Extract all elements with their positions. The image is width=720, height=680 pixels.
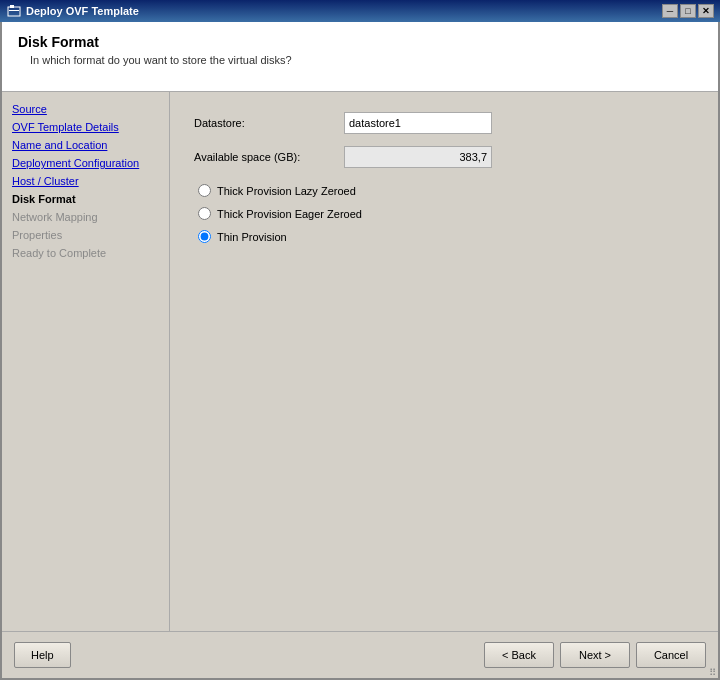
page-title: Disk Format xyxy=(18,34,702,50)
cancel-button[interactable]: Cancel xyxy=(636,642,706,668)
close-button[interactable]: ✕ xyxy=(698,4,714,18)
content-area: Source OVF Template Details Name and Loc… xyxy=(2,92,718,631)
header-section: Disk Format In which format do you want … xyxy=(2,22,718,92)
provision-radio-group: Thick Provision Lazy Zeroed Thick Provis… xyxy=(194,184,694,243)
button-bar-left: Help xyxy=(14,642,71,668)
datastore-label: Datastore: xyxy=(194,117,344,129)
radio-thick-lazy-zeroed[interactable] xyxy=(198,184,211,197)
radio-thick-lazy-row: Thick Provision Lazy Zeroed xyxy=(194,184,694,197)
help-button[interactable]: Help xyxy=(14,642,71,668)
title-bar: Deploy OVF Template ─ □ ✕ xyxy=(0,0,720,22)
sidebar-item-properties: Properties xyxy=(2,226,169,244)
button-bar: Help < Back Next > Cancel xyxy=(2,631,718,678)
sidebar-item-network-mapping: Network Mapping xyxy=(2,208,169,226)
radio-thick-lazy-zeroed-label[interactable]: Thick Provision Lazy Zeroed xyxy=(217,185,356,197)
page-subtitle: In which format do you want to store the… xyxy=(18,54,702,66)
sidebar-item-deployment-configuration[interactable]: Deployment Configuration xyxy=(2,154,169,172)
window-title: Deploy OVF Template xyxy=(26,5,662,17)
sidebar-item-ovf-template-details[interactable]: OVF Template Details xyxy=(2,118,169,136)
radio-thick-eager-zeroed[interactable] xyxy=(198,207,211,220)
radio-thin-provision[interactable] xyxy=(198,230,211,243)
button-bar-right: < Back Next > Cancel xyxy=(484,642,706,668)
sidebar: Source OVF Template Details Name and Loc… xyxy=(2,92,170,631)
maximize-button[interactable]: □ xyxy=(680,4,696,18)
back-button[interactable]: < Back xyxy=(484,642,554,668)
available-space-input xyxy=(344,146,492,168)
svg-rect-0 xyxy=(8,7,20,16)
available-space-label: Available space (GB): xyxy=(194,151,344,163)
radio-thin-row: Thin Provision xyxy=(194,230,694,243)
main-window: Deploy OVF Template ─ □ ✕ Disk Format In… xyxy=(0,0,720,680)
sidebar-item-name-and-location[interactable]: Name and Location xyxy=(2,136,169,154)
radio-thick-eager-zeroed-label[interactable]: Thick Provision Eager Zeroed xyxy=(217,208,362,220)
sidebar-item-host-cluster[interactable]: Host / Cluster xyxy=(2,172,169,190)
main-panel: Datastore: Available space (GB): Thick P… xyxy=(170,92,718,631)
window-icon xyxy=(6,3,22,19)
svg-rect-2 xyxy=(9,10,19,11)
resize-handle[interactable]: ⠿ xyxy=(706,666,718,678)
svg-rect-1 xyxy=(10,5,14,8)
sidebar-item-disk-format: Disk Format xyxy=(2,190,169,208)
radio-thick-eager-row: Thick Provision Eager Zeroed xyxy=(194,207,694,220)
sidebar-item-ready-to-complete: Ready to Complete xyxy=(2,244,169,262)
available-space-row: Available space (GB): xyxy=(194,146,694,168)
window-body: Disk Format In which format do you want … xyxy=(0,22,720,680)
window-controls: ─ □ ✕ xyxy=(662,4,714,18)
datastore-row: Datastore: xyxy=(194,112,694,134)
datastore-input[interactable] xyxy=(344,112,492,134)
minimize-button[interactable]: ─ xyxy=(662,4,678,18)
sidebar-item-source[interactable]: Source xyxy=(2,100,169,118)
next-button[interactable]: Next > xyxy=(560,642,630,668)
radio-thin-provision-label[interactable]: Thin Provision xyxy=(217,231,287,243)
